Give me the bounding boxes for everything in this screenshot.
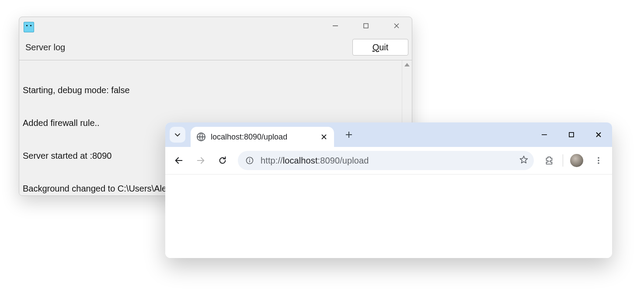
browser-close-button[interactable]: [585, 122, 612, 147]
app-titlebar[interactable]: [19, 17, 412, 35]
svg-rect-1: [364, 24, 368, 28]
svg-point-13: [249, 159, 250, 160]
server-log-label: Server log: [25, 42, 65, 52]
tab-search-button[interactable]: [170, 127, 185, 143]
profile-button[interactable]: [567, 151, 586, 170]
svg-point-16: [598, 160, 599, 161]
url-path: :8090/upload: [318, 156, 369, 165]
browser-tab[interactable]: localhost:8090/upload: [191, 127, 334, 147]
gopher-icon: [24, 22, 34, 32]
bookmark-button[interactable]: [519, 155, 529, 166]
browser-toolbar: http://localhost:8090/upload: [165, 147, 612, 174]
url-text: http://localhost:8090/upload: [261, 156, 369, 166]
svg-rect-9: [569, 133, 574, 137]
maximize-button[interactable]: [351, 17, 381, 35]
quit-button-rest: uit: [379, 42, 388, 52]
url-scheme: http://: [261, 156, 283, 165]
forward-button[interactable]: [191, 151, 210, 170]
site-info-icon[interactable]: [245, 156, 254, 165]
chrome-menu-button[interactable]: [589, 151, 608, 170]
app-toolbar: Server log Quit: [19, 35, 412, 60]
scroll-up-icon[interactable]: [404, 63, 410, 66]
browser-window-controls: [531, 122, 612, 147]
tab-close-button[interactable]: [320, 133, 328, 141]
close-button[interactable]: [381, 17, 412, 35]
avatar-icon: [570, 154, 583, 167]
browser-tabstrip: localhost:8090/upload: [165, 122, 612, 147]
browser-minimize-button[interactable]: [531, 122, 558, 147]
svg-point-17: [598, 162, 599, 164]
svg-point-15: [598, 157, 599, 159]
globe-icon: [197, 133, 205, 141]
address-bar[interactable]: http://localhost:8090/upload: [238, 151, 534, 170]
svg-rect-14: [249, 160, 250, 162]
browser-maximize-button[interactable]: [558, 122, 585, 147]
minimize-button[interactable]: [320, 17, 351, 35]
quit-button-accel: Q: [372, 42, 379, 52]
tab-title: localhost:8090/upload: [211, 133, 287, 142]
log-line: Starting, debug mode: false: [23, 85, 408, 96]
reload-button[interactable]: [213, 151, 232, 170]
quit-button[interactable]: Quit: [352, 39, 408, 56]
toolbar-separator: [563, 154, 563, 167]
back-button[interactable]: [170, 151, 188, 170]
extensions-button[interactable]: [540, 151, 558, 170]
app-window-controls: [320, 17, 412, 35]
browser-viewport[interactable]: [165, 174, 612, 258]
url-host: localhost: [283, 156, 318, 165]
new-tab-button[interactable]: [341, 127, 357, 143]
browser-window: localhost:8090/upload: [165, 122, 612, 258]
